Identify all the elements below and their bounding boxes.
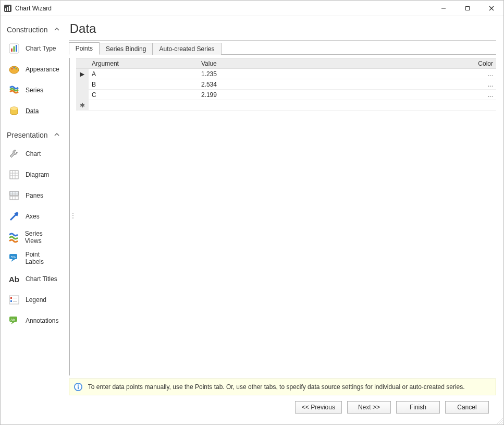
table-row-new[interactable]: ✱ xyxy=(76,100,496,111)
sidebar-item-label: Chart xyxy=(26,150,41,157)
svg-point-17 xyxy=(10,107,18,110)
svg-rect-10 xyxy=(14,46,15,52)
cell-color-ellipsis[interactable]: ... xyxy=(308,90,496,100)
finish-button[interactable]: Finish xyxy=(396,401,440,414)
svg-rect-2 xyxy=(7,7,8,11)
cell-color-ellipsis[interactable] xyxy=(308,100,496,111)
tab-auto-created-series[interactable]: Auto-created Series xyxy=(152,43,221,55)
layers-icon xyxy=(8,84,20,96)
table-row[interactable]: ▶ A 1.235 ... xyxy=(76,69,496,79)
info-text: To enter data points manually, use the P… xyxy=(88,383,465,391)
column-header-value[interactable]: Value xyxy=(198,58,308,69)
sidebar-item-label: Series xyxy=(26,87,43,94)
info-icon xyxy=(73,382,83,392)
sidebar-group-presentation[interactable]: Presentation xyxy=(7,131,59,139)
cancel-button[interactable]: Cancel xyxy=(445,401,489,414)
maximize-button[interactable] xyxy=(456,1,480,16)
table-row[interactable]: C 2.199 ... xyxy=(76,90,496,100)
svg-rect-9 xyxy=(11,48,13,52)
annotation-icon: Ab xyxy=(8,314,20,327)
svg-rect-49 xyxy=(78,386,79,390)
sidebar-group-label: Presentation xyxy=(7,131,48,139)
row-marker xyxy=(76,90,89,100)
svg-rect-18 xyxy=(10,171,18,179)
chevron-up-icon xyxy=(54,27,59,33)
next-button[interactable]: Next >> xyxy=(347,401,391,414)
sidebar-item-label: Point Labels xyxy=(26,251,59,265)
main-pane: Data Points Series Binding Auto-created … xyxy=(64,16,503,424)
button-label: Finish xyxy=(410,404,426,411)
sidebar-item-diagram[interactable]: Diagram xyxy=(7,164,59,185)
svg-text:5%: 5% xyxy=(10,255,16,259)
column-header-color[interactable]: Color xyxy=(308,58,496,69)
window-title: Chart Wizard xyxy=(15,5,52,12)
cell-color-ellipsis[interactable]: ... xyxy=(308,79,496,90)
svg-rect-34 xyxy=(10,300,12,302)
sidebar-group-label: Construction xyxy=(7,26,48,34)
tab-label: Auto-created Series xyxy=(159,45,214,53)
bar-chart-icon xyxy=(8,42,20,55)
chevron-up-icon xyxy=(54,132,59,138)
sidebar-item-point-labels[interactable]: 5% Point Labels xyxy=(7,248,59,269)
splitter[interactable]: ⋮ xyxy=(70,55,76,375)
tabs: Points Series Binding Auto-created Serie… xyxy=(69,41,496,55)
sidebar-item-legend[interactable]: Legend xyxy=(7,289,59,310)
points-grid: Argument Value Color ▶ A 1.235 xyxy=(76,58,496,375)
tab-points[interactable]: Points xyxy=(69,42,100,55)
sidebar-group-construction[interactable]: Construction xyxy=(7,26,59,34)
app-icon xyxy=(4,4,12,13)
sidebar-item-chart-titles[interactable]: Ab Chart Titles xyxy=(7,269,59,289)
cell-argument[interactable] xyxy=(89,100,198,111)
sidebar: Construction Chart Type Appearance xyxy=(1,16,64,424)
points-table[interactable]: Argument Value Color ▶ A 1.235 xyxy=(76,58,496,111)
sidebar-item-annotations[interactable]: Ab Annotations xyxy=(7,310,59,331)
button-label: << Previous xyxy=(302,404,335,411)
table-row[interactable]: B 2.534 ... xyxy=(76,79,496,90)
svg-rect-1 xyxy=(5,8,6,11)
svg-rect-5 xyxy=(466,6,470,10)
sidebar-item-data[interactable]: Data xyxy=(7,101,59,122)
button-label: Cancel xyxy=(457,404,476,411)
sidebar-item-chart[interactable]: Chart xyxy=(7,143,59,164)
minimize-button[interactable] xyxy=(432,1,456,16)
sidebar-item-panes[interactable]: Panes xyxy=(7,185,59,206)
tab-series-binding[interactable]: Series Binding xyxy=(99,43,153,55)
sidebar-item-appearance[interactable]: Appearance xyxy=(7,59,59,80)
sidebar-item-series[interactable]: Series xyxy=(7,80,59,101)
sidebar-item-axes[interactable]: Axes xyxy=(7,206,59,227)
arrow-icon xyxy=(8,210,20,223)
cell-value[interactable]: 2.534 xyxy=(198,79,308,90)
sidebar-item-series-views[interactable]: Series Views xyxy=(7,227,59,248)
sidebar-item-label: Axes xyxy=(26,213,40,220)
cell-argument[interactable]: B xyxy=(89,79,198,90)
column-header-argument[interactable]: Argument xyxy=(89,58,198,69)
cell-color-ellipsis[interactable]: ... xyxy=(308,69,496,79)
close-button[interactable] xyxy=(480,1,503,16)
row-marker xyxy=(76,79,89,90)
grid-icon xyxy=(8,189,20,202)
title-bar: Chart Wizard xyxy=(1,1,503,16)
cell-argument[interactable]: C xyxy=(89,90,198,100)
sidebar-item-label: Annotations xyxy=(26,317,58,324)
cell-argument[interactable]: A xyxy=(89,69,198,79)
resize-grip-icon[interactable] xyxy=(496,417,503,424)
grid-icon xyxy=(8,168,20,181)
cell-value[interactable]: 2.199 xyxy=(198,90,308,100)
ab-icon: Ab xyxy=(8,273,20,285)
svg-point-48 xyxy=(78,384,79,385)
sidebar-item-label: Series Views xyxy=(25,230,59,245)
database-icon xyxy=(8,105,20,117)
cell-value[interactable] xyxy=(198,100,308,111)
cell-value[interactable]: 1.235 xyxy=(198,69,308,79)
wrench-icon xyxy=(8,148,20,160)
sidebar-item-chart-type[interactable]: Chart Type xyxy=(7,38,59,59)
tab-label: Series Binding xyxy=(106,45,146,53)
legend-icon xyxy=(8,294,20,306)
sidebar-item-label: Legend xyxy=(26,296,46,303)
svg-point-15 xyxy=(16,68,17,70)
point-labels-icon: 5% xyxy=(8,252,20,264)
column-header-marker[interactable] xyxy=(76,58,89,69)
chart-wizard-window: Chart Wizard Construction Char xyxy=(0,0,504,425)
svg-point-14 xyxy=(14,67,15,69)
previous-button[interactable]: << Previous xyxy=(295,401,342,414)
